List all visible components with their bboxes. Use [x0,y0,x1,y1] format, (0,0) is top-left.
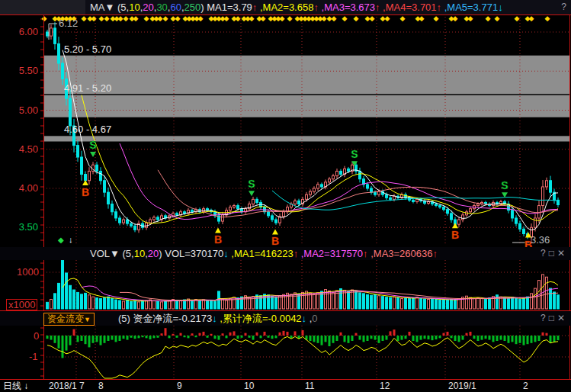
volume-bar [531,294,533,309]
volume-bar [416,297,419,309]
flow-cumulative-line [47,336,558,378]
volume-bar [546,277,548,309]
flow-bar-negative [237,336,239,339]
volume-bar [138,302,140,309]
flow-bar-negative [405,336,407,339]
candle-body [134,226,136,230]
maximize-icon[interactable]: □ [549,248,557,259]
help-icon[interactable]: ? [541,248,549,259]
sell-marker: S [248,178,255,190]
candle-body [157,217,159,220]
candle-body [123,220,125,223]
volume-bar [203,300,205,309]
volume-bar [50,300,53,309]
candle-body [107,192,110,204]
header-segment: 5 [126,248,131,259]
band-range-label: 4.60 - 4.67 [64,124,111,135]
volume-bar [420,298,422,309]
volume-bar [310,293,312,309]
flow-bar-positive [245,333,247,336]
header-segment: 250 [184,2,201,13]
volume-bar [378,296,380,309]
event-diamond-icon: ◆ [91,14,97,22]
candle-body [321,185,323,187]
event-diamond-icon: ◆ [468,14,473,22]
volume-bar [81,294,83,309]
resistance-band [43,136,569,141]
flow-bar-negative [435,336,438,339]
flow-bar-negative [58,336,60,349]
volume-bar [271,296,274,309]
candle-body [256,199,258,202]
event-diamond-icon: ◆ [486,14,491,22]
header-segment: ,MA4=3.701 [380,2,437,13]
volume-bar [527,297,529,309]
event-diamond-icon: ◆ [236,14,241,22]
help-icon[interactable]: ? [561,2,569,12]
flow-bar-positive [466,333,468,336]
volume-bar [199,300,201,309]
flow-bar-negative [431,336,434,340]
flow-bar-negative [344,336,346,342]
flow-bar-negative [557,336,560,340]
flow-indicator-selector[interactable]: 资金流变▼ [43,313,95,326]
candle-body [412,200,415,201]
flow-bar-negative [149,336,152,339]
candle-body [336,171,338,175]
flow-bar-negative [473,336,476,339]
candle-body [462,215,464,220]
volume-bar [447,300,449,309]
flow-bar-negative [81,336,83,341]
volume-bar [473,299,476,309]
flow-bar-positive [355,333,358,336]
candle-body [176,214,178,215]
buy-marker: B [271,235,279,247]
flow-bar-negative [104,336,106,343]
buy-arrow-icon [452,223,458,228]
flow-bar-negative [397,336,399,341]
volume-bar [470,297,472,309]
volume-bar [107,297,110,309]
flow-bar-negative [123,336,125,339]
event-diamond-icon: ◆ [158,14,163,22]
date-tick-label: 9 [177,381,182,391]
help-icon[interactable]: ? [541,313,549,323]
flow-bar-negative [412,336,415,341]
event-diamond-icon: ◆ [322,14,327,22]
volume-bar [512,297,514,309]
candle-body [439,206,441,207]
flow-bar-negative [504,336,506,341]
volume-bar [96,298,98,309]
header-segment: 30 [156,2,167,13]
candle-body [104,181,106,192]
candle-body [96,165,98,171]
event-diamond-icon: ◆ [118,14,124,22]
maximize-icon[interactable]: □ [549,313,557,323]
header-segment: 5 [120,2,126,13]
flow-bar-negative [130,336,133,338]
volume-bar [157,301,159,309]
period-label: 日线 [3,381,21,391]
flow-bar-negative [138,336,140,338]
ma-indicator-selector[interactable]: MA▼ (5,10,20,30,60,250) MA1=3.79↑ ,MA2=3… [90,0,503,14]
flow-bar-positive [191,333,194,336]
price-axis-label: 3.50 [0,222,38,233]
event-diamond-icon: ◆ [163,14,168,22]
flow-bar-positive [393,329,396,336]
period-selector[interactable]: 日线 ↓ [3,381,28,391]
volume-bar [111,299,114,309]
volume-bar [142,301,144,309]
flow-bar-negative [386,336,388,340]
flow-bar-positive [199,333,201,336]
price-axis-label: 4.00 [0,183,38,194]
close-icon[interactable]: ✕ [557,313,568,323]
high-price-annotation: 6.12 [59,18,78,28]
candle-body [130,223,133,226]
date-tick-label: 8 [98,381,104,391]
flow-bar-positive [210,334,213,336]
candle-body [222,215,224,221]
close-icon[interactable]: ✕ [557,248,568,259]
volume-bar [367,294,369,309]
vol-indicator-selector[interactable]: VOL▼ (5,10,20) VOL=370170↓ ,MA1=416223↑ … [90,247,438,260]
flow-bar-negative [485,336,487,339]
